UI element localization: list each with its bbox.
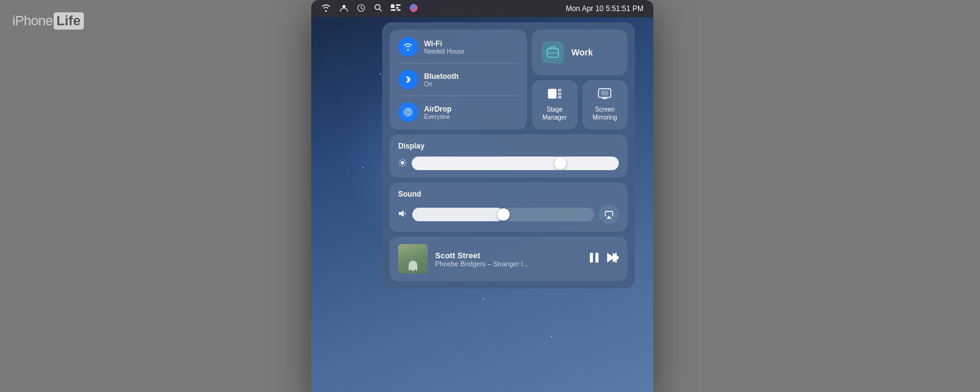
airplay-button[interactable] [599, 205, 619, 224]
svg-rect-17 [558, 92, 561, 96]
wifi-icon-circle [398, 37, 418, 57]
right-column: Work [532, 30, 627, 129]
volume-icon [398, 210, 407, 219]
svg-line-31 [399, 165, 400, 165]
airdrop-item[interactable]: AirDrop Everyone [398, 102, 518, 122]
bottom-right-tiles: Stage Manager Scree [532, 80, 627, 129]
brightness-icon [398, 158, 407, 169]
wifi-label: Wi-Fi [424, 39, 465, 48]
user-menu-icon[interactable] [340, 4, 348, 14]
bluetooth-icon-circle [398, 70, 418, 89]
sound-title: Sound [398, 190, 619, 198]
svg-rect-34 [595, 253, 598, 263]
display-title: Display [398, 142, 619, 150]
clock-menu-icon[interactable] [357, 4, 365, 14]
work-label: Work [571, 47, 593, 57]
control-center-top-row: Wi-Fi Needell House [390, 30, 627, 129]
airdrop-icon-circle [398, 102, 418, 122]
wifi-menu-icon[interactable] [321, 4, 331, 14]
menu-bar: Mon Apr 10 5:51:51 PM [311, 0, 653, 17]
search-menu-icon[interactable] [374, 4, 382, 14]
svg-marker-32 [399, 210, 404, 217]
bluetooth-item[interactable]: Bluetooth On [398, 70, 518, 89]
svg-line-28 [399, 160, 400, 160]
iphone-life-logo: iPhone Life [12, 12, 84, 30]
stage-manager-label: Stage Manager [542, 105, 566, 121]
control-center-menu-icon[interactable] [391, 4, 401, 14]
svg-line-30 [404, 160, 405, 160]
sound-section: Sound [390, 182, 627, 232]
desktop-background: Wi-Fi Needell House [311, 17, 653, 392]
stage-manager-icon [548, 88, 561, 102]
svg-rect-4 [391, 4, 394, 8]
svg-line-3 [380, 9, 382, 12]
svg-rect-18 [558, 96, 561, 99]
svg-rect-8 [397, 9, 401, 11]
screen-mirroring-icon [598, 88, 611, 102]
screen-mirroring-tile[interactable]: Screen Mirroring [582, 80, 628, 129]
svg-line-29 [404, 165, 405, 165]
airdrop-label: AirDrop [424, 105, 452, 113]
brightness-slider-row [398, 157, 619, 170]
svg-point-23 [401, 161, 404, 165]
mac-window: Mon Apr 10 5:51:51 PM [311, 0, 653, 392]
menu-bar-right: Mon Apr 10 5:51:51 PM [566, 4, 643, 13]
svg-rect-20 [601, 91, 608, 96]
bluetooth-text: Bluetooth On [424, 72, 459, 88]
volume-slider-row [398, 205, 619, 224]
svg-rect-15 [548, 89, 557, 99]
display-section: Display [390, 134, 627, 178]
work-tile[interactable]: Work [532, 30, 627, 75]
svg-rect-37 [615, 253, 617, 263]
siri-menu-icon[interactable] [409, 4, 418, 14]
svg-rect-16 [558, 89, 561, 92]
screen-mirroring-label: Screen Mirroring [593, 105, 617, 121]
airdrop-text: AirDrop Everyone [424, 105, 452, 120]
svg-point-2 [375, 5, 380, 10]
svg-point-10 [406, 110, 410, 114]
wifi-network: Needell House [424, 48, 465, 55]
connectivity-tile: Wi-Fi Needell House [390, 30, 527, 129]
album-art [398, 244, 428, 274]
volume-thumb[interactable] [497, 208, 510, 221]
bluetooth-label: Bluetooth [424, 72, 459, 81]
wifi-item[interactable]: Wi-Fi Needell House [398, 37, 518, 57]
airdrop-status: Everyone [424, 113, 452, 120]
now-playing-info: Scott Street Phoebe Bridgers – Stranger … [435, 251, 582, 267]
svg-rect-33 [590, 253, 593, 263]
brightness-slider[interactable] [412, 157, 619, 170]
volume-fill [412, 208, 504, 221]
skip-forward-button[interactable] [606, 252, 619, 266]
album-art-figure [407, 258, 419, 271]
svg-rect-5 [396, 4, 401, 6]
control-center-panel: Wi-Fi Needell House [382, 22, 635, 288]
svg-point-11 [405, 109, 412, 116]
stage-manager-tile[interactable]: Stage Manager [532, 80, 578, 129]
logo-life-text: Life [54, 12, 84, 30]
playback-controls [589, 252, 619, 266]
brightness-thumb[interactable] [554, 157, 566, 169]
bluetooth-status: On [424, 81, 459, 88]
logo-iphone-text: iPhone [12, 13, 53, 29]
now-playing-section: Scott Street Phoebe Bridgers – Stranger … [390, 237, 627, 281]
volume-slider[interactable] [412, 208, 594, 221]
menu-bar-time: Mon Apr 10 5:51:51 PM [566, 4, 643, 13]
menu-bar-left-icons [321, 4, 418, 14]
svg-point-0 [343, 5, 346, 8]
track-artist: Phoebe Bridgers – Stranger i... [435, 260, 582, 267]
work-icon [542, 41, 564, 63]
track-title: Scott Street [435, 251, 582, 260]
svg-rect-6 [396, 7, 399, 9]
svg-rect-7 [391, 9, 396, 11]
svg-point-9 [410, 4, 418, 12]
wifi-text: Wi-Fi Needell House [424, 39, 465, 55]
pause-button[interactable] [589, 252, 599, 266]
